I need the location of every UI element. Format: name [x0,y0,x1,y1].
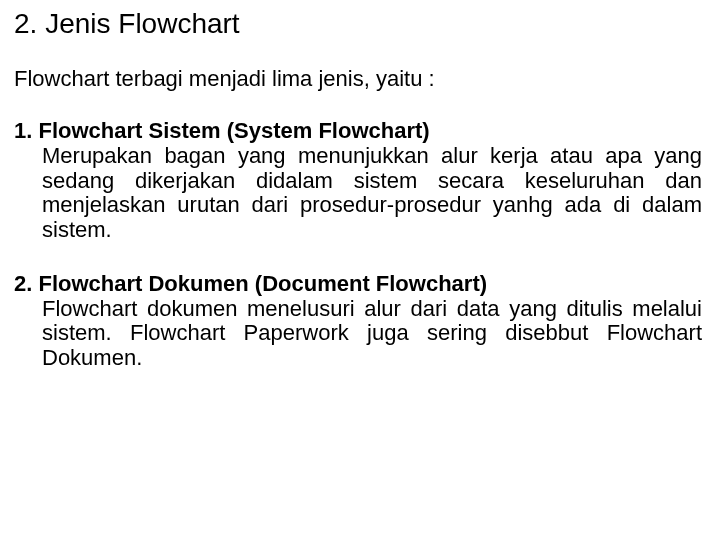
page-title: 2. Jenis Flowchart [14,8,702,40]
section-2-heading: 2. Flowchart Dokumen (Document Flowchart… [14,271,702,297]
section-1-heading: 1. Flowchart Sistem (System Flowchart) [14,118,702,144]
document-page: 2. Jenis Flowchart Flowchart terbagi men… [0,0,720,370]
section-1-body: Merupakan bagan yang menunjukkan alur ke… [14,144,702,243]
section-2: 2. Flowchart Dokumen (Document Flowchart… [14,271,702,371]
section-1: 1. Flowchart Sistem (System Flowchart) M… [14,118,702,243]
section-2-body: Flowchart dokumen menelusuri alur dari d… [14,297,702,371]
intro-text: Flowchart terbagi menjadi lima jenis, ya… [14,66,702,92]
